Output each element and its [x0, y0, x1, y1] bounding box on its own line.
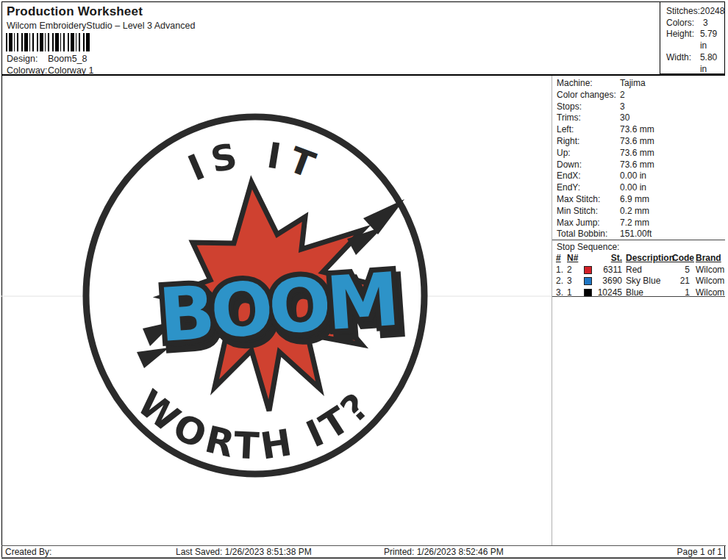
info-max-stitch: Max Stitch:6.9 mm [557, 194, 725, 206]
stat-stitches: Stitches:20248 [666, 6, 724, 18]
stop-sequence-title: Stop Sequence: [557, 242, 619, 252]
table-row: 1. 2 6311 Red 5 Wilcom [556, 265, 724, 276]
info-endx: EndX:0.00 in [557, 170, 725, 182]
thread-color-swatch [584, 277, 592, 285]
last-saved-timestamp: Last Saved: 1/26/2023 8:51:38 PM [172, 547, 382, 558]
info-right: Right:73.6 mm [557, 136, 725, 148]
printed-timestamp: Printed: 1/26/2023 8:52:46 PM [382, 547, 649, 558]
info-stops: Stops:3 [557, 101, 725, 113]
stat-width: Width:5.80 in [666, 52, 724, 75]
info-total-bobbin: Total Bobbin:151.00ft [557, 229, 725, 240]
col-code: Code [672, 253, 690, 265]
info-down: Down:73.6 mm [557, 159, 725, 171]
design-canvas: IS IT BOOM BOOM WORTH IT? [1, 76, 552, 545]
app-subtitle: Wilcom EmbroideryStudio – Level 3 Advanc… [7, 21, 195, 31]
info-left: Left:73.6 mm [557, 124, 725, 136]
design-label: Design: [7, 54, 48, 64]
design-stats-box: Stitches:20248 Colors:3 Height:5.79 in W… [660, 1, 725, 74]
info-min-stitch: Min Stitch:0.2 mm [557, 206, 725, 218]
stat-colors: Colors:3 [666, 18, 724, 29]
machine-info-list: Machine:Tajima Color changes:2 Stops:3 T… [552, 76, 725, 240]
info-trims: Trims:30 [557, 112, 725, 124]
info-up: Up:73.6 mm [557, 148, 725, 159]
info-endy: EndY:0.00 in [557, 182, 725, 194]
info-color-changes: Color changes:2 [557, 90, 725, 101]
table-bottom-divider [552, 296, 725, 297]
thread-color-swatch [584, 266, 592, 274]
col-n: N# [567, 253, 582, 265]
col-st: St. [594, 253, 622, 265]
table-row: 3. 1 10245 Blue 1 Wilcom [556, 287, 724, 299]
page-footer: Created By: Last Saved: 1/26/2023 8:51:3… [1, 545, 726, 559]
barcode-icon [6, 33, 90, 51]
info-max-jump: Max Jump:7.2 mm [557, 218, 725, 229]
stat-height: Height:5.79 in [666, 29, 724, 51]
machine-info-panel: Machine:Tajima Color changes:2 Stops:3 T… [552, 76, 725, 545]
col-description: Description [622, 253, 672, 265]
stop-sequence-divider [552, 240, 725, 240]
design-value: Boom5_8 [48, 54, 88, 64]
boom-text: BOOM [156, 256, 398, 359]
production-worksheet-page: Production Worksheet Wilcom EmbroiderySt… [0, 0, 728, 560]
page-title: Production Worksheet [7, 4, 143, 19]
info-machine: Machine:Tajima [557, 78, 725, 90]
created-by-label: Created By: [1, 547, 172, 558]
col-brand: Brand [690, 253, 724, 265]
stop-sequence-header-row: # N# St. Description Code Brand [556, 253, 724, 265]
stop-sequence-table: # N# St. Description Code Brand 1. 2 631… [556, 253, 724, 298]
table-row: 2. 3 3690 Sky Blue 21 Wilcom [556, 276, 724, 287]
design-field: Design:Boom5_8 [7, 54, 88, 64]
col-num: # [556, 253, 567, 265]
page-number: Page 1 of 1 [649, 547, 726, 558]
